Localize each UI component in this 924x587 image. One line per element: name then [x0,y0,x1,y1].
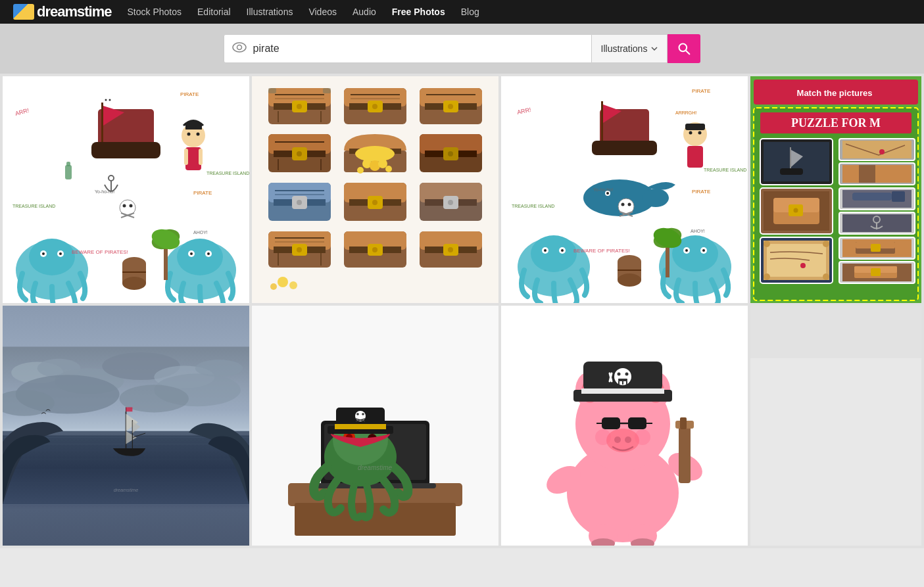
nav-item-videos[interactable]: Videos [308,6,337,18]
svg-text:TREASURE ISLAND: TREASURE ISLAND [12,204,55,208]
svg-point-33 [130,204,133,208]
image-item-5[interactable]: dreamstime [3,306,249,546]
image-item-7[interactable] [501,306,748,546]
svg-rect-166 [687,146,703,168]
svg-point-123 [297,247,302,252]
svg-rect-54 [65,165,72,179]
svg-line-3 [686,51,689,54]
svg-rect-199 [780,168,803,175]
svg-point-14 [190,252,193,255]
svg-rect-300 [628,417,646,429]
svg-point-185 [621,203,625,206]
svg-rect-334 [750,306,921,358]
nav-item-free-photos[interactable]: Free Photos [392,6,445,18]
svg-rect-55 [66,162,70,166]
eye-icon [232,42,247,56]
svg-point-290 [362,413,364,415]
svg-rect-157 [592,141,657,155]
svg-rect-25 [185,124,202,129]
nav-item-audio[interactable]: Audio [353,6,376,18]
logo-icon [13,4,34,20]
svg-point-94 [378,159,387,168]
svg-point-12 [177,239,223,275]
search-button[interactable] [668,34,700,63]
search-section: Illustrations [0,24,924,74]
svg-point-139 [289,281,297,289]
svg-point-305 [614,436,621,443]
svg-rect-237 [871,268,881,276]
svg-point-164 [689,131,693,135]
search-input[interactable] [253,43,583,55]
svg-rect-214 [852,193,892,200]
svg-point-147 [561,249,564,252]
svg-point-151 [685,249,688,252]
svg-rect-232 [871,244,881,252]
svg-point-106 [297,200,302,205]
nav-link-audio[interactable]: Audio [353,7,376,17]
nav-link-stock-photos[interactable]: Stock Photos [128,7,182,17]
svg-point-27 [197,133,200,136]
nav-link-illustrations[interactable]: Illustrations [247,7,293,17]
svg-point-0 [233,43,246,52]
svg-rect-204 [842,165,912,183]
svg-point-224 [823,241,829,247]
svg-rect-313 [581,388,664,394]
nav-link-videos[interactable]: Videos [308,7,337,17]
svg-point-289 [356,413,359,415]
svg-point-140 [270,283,277,290]
svg-point-61 [297,104,302,109]
svg-rect-325 [680,417,687,429]
logo[interactable]: dreamstime [13,3,112,20]
svg-text:TREASURE ISLAND: TREASURE ISLAND [512,204,554,208]
svg-rect-299 [602,417,620,429]
svg-point-8 [42,252,45,255]
image-item-2[interactable] [252,76,498,303]
search-type-selector[interactable]: Illustrations [592,34,668,63]
nav-item-blog[interactable]: Blog [461,6,479,18]
svg-point-79 [448,104,453,109]
search-type-label: Illustrations [601,43,648,54]
svg-point-6 [29,239,75,275]
svg-rect-269 [295,503,456,536]
image-grid: ARR! PIRATE TREASURE ISLAND PIRATE TREAS… [0,74,924,548]
svg-point-1 [237,45,241,49]
nav-item-stock-photos[interactable]: Stock Photos [128,6,182,18]
svg-text:PIRATE: PIRATE [193,190,212,196]
svg-text:BEWARE OF PIRATES!: BEWARE OF PIRATES! [72,249,128,255]
image-item-6[interactable]: dreamstime [252,306,498,546]
svg-point-23 [109,99,111,101]
svg-rect-20 [91,142,160,158]
svg-point-145 [544,249,547,252]
image-item-8[interactable] [750,306,921,546]
chevron-down-icon [651,47,658,51]
svg-text:AHOY!: AHOY! [193,230,208,235]
svg-rect-222 [767,244,826,277]
svg-point-179 [618,273,641,287]
nav-item-editorial[interactable]: Editorial [197,6,231,18]
nav-link-free-photos[interactable]: Free Photos [392,7,445,17]
svg-point-330 [595,429,611,445]
nav-item-illustrations[interactable]: Illustrations [247,6,293,18]
svg-rect-66 [268,88,276,93]
image-item-3[interactable]: BEWARE OF PIRATES! ARR! PIRATE TREASURE … [501,76,748,303]
search-bar [224,34,592,63]
nav-links: Stock Photos Editorial Illustrations Vid… [128,6,479,18]
svg-point-72 [372,104,377,109]
svg-rect-264 [126,408,133,412]
svg-rect-323 [679,424,691,483]
svg-rect-29 [184,149,188,165]
image-item-1[interactable]: ARR! PIRATE TREASURE ISLAND PIRATE TREAS… [3,76,249,303]
svg-point-316 [625,373,629,376]
svg-point-132 [372,247,377,252]
svg-point-95 [357,167,364,174]
svg-point-26 [187,133,191,136]
svg-point-143 [531,235,577,272]
svg-rect-317 [618,379,627,381]
nav-link-blog[interactable]: Blog [461,7,479,17]
image-item-4[interactable]: Match the pictures PUZZLE FOR M [750,76,921,303]
image-3-preview: BEWARE OF PIRATES! ARR! PIRATE TREASURE … [501,76,748,303]
nav-link-editorial[interactable]: Editorial [197,7,231,17]
image-7-preview [501,306,748,546]
svg-point-223 [764,241,770,247]
svg-point-153 [702,249,705,252]
